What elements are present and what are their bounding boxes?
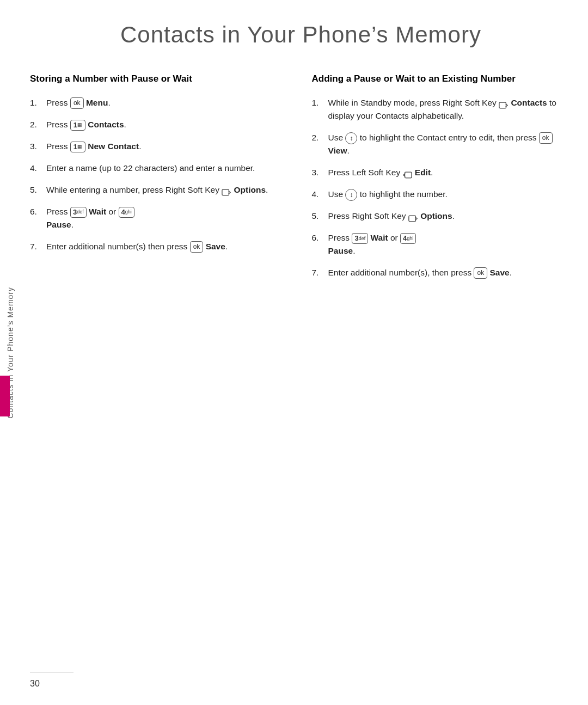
ok-key-badge: ok <box>474 267 487 279</box>
list-item: 2. Press 1▦ Contacts. <box>30 118 290 131</box>
list-item: 3. Press Left Soft Key Edit. <box>312 166 572 179</box>
key-badge-4ghi: 4ghi <box>119 207 134 218</box>
step-number: 3. <box>312 166 325 179</box>
step-content: Press 3def Wait or 4ghi Pause. <box>328 231 572 258</box>
step-number: 7. <box>312 266 325 279</box>
step-number: 4. <box>30 162 43 175</box>
step-number: 5. <box>30 183 43 197</box>
step-number: 6. <box>30 205 43 218</box>
page-number: 30 <box>30 679 40 689</box>
list-item: 6. Press 3def Wait or 4ghi Pause. <box>312 231 572 258</box>
page-title: Contacts in Your Phone’s Memory <box>30 22 572 48</box>
step-number: 5. <box>312 210 325 223</box>
softkey-right-icon <box>408 213 418 220</box>
svg-rect-1 <box>499 102 506 108</box>
step-number: 1. <box>30 96 43 109</box>
ok-key-badge: ok <box>190 241 204 253</box>
step-content: Enter additional number(s), then press o… <box>328 266 572 279</box>
list-item: 5. While entering a number, press Right … <box>30 183 290 197</box>
step-number: 2. <box>30 118 43 131</box>
step-number: 3. <box>30 140 43 153</box>
step-content: While in Standby mode, press Right Soft … <box>328 96 572 122</box>
main-content: Contacts in Your Phone’s Memory Storing … <box>30 0 572 288</box>
two-column-layout: Storing a Number with Pause or Wait 1. P… <box>30 72 572 288</box>
svg-rect-3 <box>409 216 416 222</box>
sidebar-accent-bar <box>0 376 10 416</box>
step-number: 4. <box>312 188 325 201</box>
list-item: 1. Press ok Menu. <box>30 96 290 109</box>
sidebar-tab: Contacts in Your Phone’s Memory <box>0 0 21 705</box>
step-number: 6. <box>312 231 325 244</box>
left-steps-list: 1. Press ok Menu. 2. Press 1▦ Contacts. … <box>30 96 290 253</box>
svg-rect-2 <box>405 172 412 178</box>
left-section-heading: Storing a Number with Pause or Wait <box>30 72 290 85</box>
step-content: Press Right Soft Key Options. <box>328 210 572 223</box>
key-badge-1contacts: 1▦ <box>70 120 85 131</box>
right-column: Adding a Pause or Wait to an Existing Nu… <box>312 72 572 288</box>
step-content: Press Left Soft Key Edit. <box>328 166 572 179</box>
list-item: 4. Use ↕ to highlight the number. <box>312 188 572 201</box>
key-badge-3def-r: 3def <box>352 233 368 244</box>
step-content: Press 1▦ Contacts. <box>46 118 290 131</box>
step-content: Press 3def Wait or 4ghi Pause. <box>46 205 290 231</box>
svg-rect-0 <box>222 189 229 195</box>
softkey-left-icon <box>402 169 412 176</box>
step-content: Use ↕ to highlight the Contact entry to … <box>328 131 572 157</box>
list-item: 3. Press 1▦ New Contact. <box>30 140 290 153</box>
key-badge-1newcontact: 1▦ <box>70 142 85 152</box>
step-content: While entering a number, press Right Sof… <box>46 183 290 197</box>
right-steps-list: 1. While in Standby mode, press Right So… <box>312 96 572 279</box>
ok-key-badge: ok <box>70 97 84 109</box>
step-content: Enter additional number(s) then press ok… <box>46 240 290 253</box>
key-badge-4ghi-r: 4ghi <box>400 233 416 244</box>
list-item: 7. Enter additional number(s), then pres… <box>312 266 572 279</box>
key-badge-3def: 3def <box>70 207 87 218</box>
list-item: 5. Press Right Soft Key Options. <box>312 210 572 223</box>
softkey-right-icon <box>222 187 231 194</box>
list-item: 1. While in Standby mode, press Right So… <box>312 96 572 122</box>
nav-updown-icon: ↕ <box>345 132 357 144</box>
right-section-heading: Adding a Pause or Wait to an Existing Nu… <box>312 72 572 85</box>
ok-key-badge: ok <box>539 132 553 144</box>
step-content: Use ↕ to highlight the number. <box>328 188 572 201</box>
step-number: 7. <box>30 240 43 253</box>
list-item: 7. Enter additional number(s) then press… <box>30 240 290 253</box>
list-item: 2. Use ↕ to highlight the Contact entry … <box>312 131 572 157</box>
left-column: Storing a Number with Pause or Wait 1. P… <box>30 72 290 262</box>
list-item: 4. Enter a name (up to 22 characters) an… <box>30 162 290 175</box>
step-content: Enter a name (up to 22 characters) and e… <box>46 162 290 175</box>
step-content: Press 1▦ New Contact. <box>46 140 290 153</box>
bottom-divider <box>30 672 74 672</box>
step-number: 2. <box>312 131 325 144</box>
list-item: 6. Press 3def Wait or 4ghi Pause. <box>30 205 290 231</box>
softkey-right-icon <box>499 100 509 107</box>
step-content: Press ok Menu. <box>46 96 290 109</box>
step-number: 1. <box>312 96 325 109</box>
nav-updown-icon: ↕ <box>345 189 357 201</box>
